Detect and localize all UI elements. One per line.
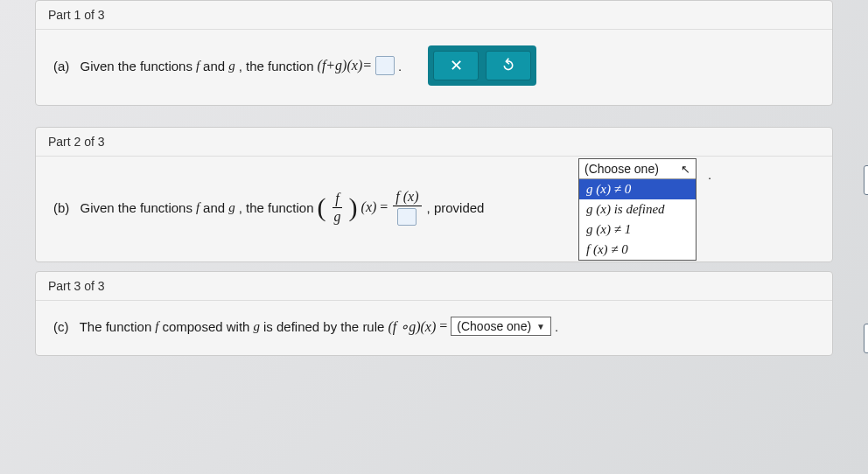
- dropdown-placeholder-text: (Choose one): [584, 162, 659, 176]
- fraction-fg: f g: [332, 192, 344, 224]
- part-1-header: Part 1 of 3: [36, 1, 832, 30]
- right-paren-icon: ): [349, 194, 358, 220]
- part-3-label: (c): [53, 319, 69, 334]
- dropdown-option-1[interactable]: g (x) ≠ 0: [579, 179, 696, 199]
- symbol-f: f: [196, 59, 200, 73]
- part-3-rule-dropdown[interactable]: (Choose one) ▼: [451, 317, 551, 336]
- part-3-period: .: [555, 319, 558, 334]
- part-1-text2: and: [203, 59, 225, 73]
- reset-icon: ↻: [497, 54, 520, 77]
- dropdown-option-2[interactable]: g (x) is defined: [579, 199, 696, 220]
- part-2-period: .: [708, 167, 711, 182]
- symbol-g: g: [228, 200, 235, 215]
- part-1-body: (a) Given the functions f and g , the fu…: [36, 30, 832, 105]
- part-2-tail: (x): [361, 199, 377, 215]
- part-1-text: Given the functions: [80, 59, 192, 73]
- left-paren-icon: (: [318, 194, 326, 220]
- part-1-wrong-button[interactable]: ✕: [433, 51, 479, 80]
- dropdown-option-4[interactable]: f (x) ≠ 0: [579, 240, 696, 260]
- part-1-button-group: ✕ ↻: [428, 45, 536, 86]
- part-2-card: Part 2 of 3 (b) Given the functions f an…: [35, 127, 833, 262]
- x-icon: ✕: [450, 56, 463, 75]
- part-2-condition-dropdown[interactable]: (Choose one) ↖ g (x) ≠ 0 g (x) is define…: [578, 158, 696, 261]
- part-3-wrong-button[interactable]: ✕: [864, 324, 868, 353]
- part-1-expression: (f+g)(x)=: [318, 58, 372, 73]
- part-2-wrong-button[interactable]: ✕: [864, 165, 868, 195]
- dropdown-placeholder-text: (Choose one): [457, 319, 531, 333]
- part-3-text1: The function: [80, 319, 152, 334]
- part-1-card: Part 1 of 3 (a) Given the functions f an…: [35, 0, 833, 106]
- part-1-answer-input[interactable]: [375, 56, 395, 75]
- part-2-header: Part 2 of 3: [36, 128, 832, 157]
- symbol-f: f: [155, 319, 158, 334]
- part-3-button-group: ✕ ↻: [864, 324, 868, 353]
- symbol-g: g: [228, 59, 235, 73]
- equals-sign: =: [439, 318, 447, 334]
- part-2-provided-text: , provided: [427, 200, 485, 215]
- dropdown-header[interactable]: (Choose one) ↖: [579, 159, 696, 179]
- part-2-text2: and: [203, 200, 225, 215]
- part-1-text3: , the function: [239, 59, 314, 73]
- part-3-text3: is defined by the rule: [263, 319, 384, 334]
- dropdown-option-3[interactable]: g (x) ≠ 1: [579, 220, 696, 240]
- part-3-header: Part 3 of 3: [36, 272, 832, 301]
- part-2-text3: , the function: [239, 200, 314, 215]
- rhs-denominator-input[interactable]: [395, 206, 419, 226]
- part-3-expression: (f ∘g)(x): [388, 318, 436, 335]
- part-3-text2: composed with: [162, 319, 249, 334]
- part-2-label: (b): [53, 200, 69, 215]
- chevron-down-icon: ▼: [536, 322, 545, 331]
- frac-numerator: f: [332, 192, 341, 208]
- part-3-card: Part 3 of 3 (c) The function f composed …: [35, 271, 833, 356]
- part-1-label: (a): [53, 59, 69, 73]
- equals-sign: =: [380, 199, 388, 215]
- part-3-body: (c) The function f composed with g is de…: [36, 301, 832, 355]
- part-2-text1: Given the functions: [80, 200, 192, 215]
- part-1-reset-button[interactable]: ↻: [486, 51, 531, 80]
- symbol-f: f: [196, 200, 200, 215]
- cursor-icon: ↖: [681, 163, 690, 176]
- rhs-numerator: f (x): [393, 190, 421, 206]
- part-2-body: (b) Given the functions f and g , the fu…: [36, 157, 832, 261]
- part-2-button-group: ✕ ↻: [864, 165, 868, 195]
- symbol-g: g: [253, 319, 260, 334]
- frac-denominator: g: [332, 208, 344, 224]
- rhs-fraction: f (x): [393, 190, 421, 226]
- part-1-period: .: [398, 59, 402, 73]
